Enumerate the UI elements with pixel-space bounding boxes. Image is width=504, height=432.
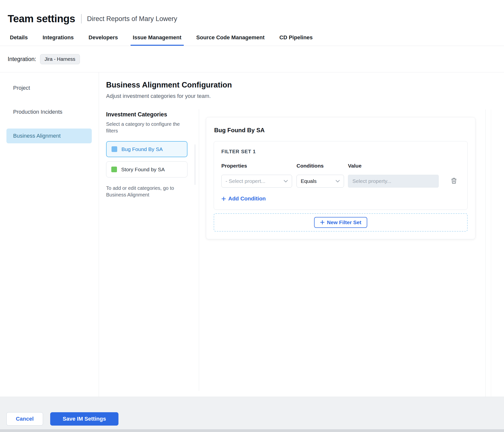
tab-developers[interactable]: Developers <box>86 30 120 46</box>
category-label: Bug Found By SA <box>121 146 163 152</box>
main-panel: Business Alignment Configuration Adjust … <box>99 72 504 397</box>
filter-condition-row: - Select propert... Equals <box>221 175 460 188</box>
scrollbar-track[interactable] <box>485 109 486 397</box>
category-story-found-by-sa[interactable]: Story Found by SA <box>106 161 187 177</box>
save-im-settings-button[interactable]: Save IM Settings <box>50 412 118 426</box>
page-subtitle: Direct Reports of Mary Lowery <box>87 15 177 23</box>
category-config-card: Bug Found By SA FILTER SET 1 Properties … <box>206 117 475 239</box>
sidebar-item-production-incidents[interactable]: Production Incidents <box>6 105 92 119</box>
tab-integrations[interactable]: Integrations <box>40 30 76 46</box>
category-color-swatch-blue <box>112 146 117 152</box>
tab-issue-management[interactable]: Issue Management <box>131 30 184 46</box>
category-color-swatch-green <box>111 167 117 172</box>
column-header-value: Value <box>348 163 362 169</box>
filter-set-1: FILTER SET 1 Properties Conditions Value… <box>214 141 468 210</box>
property-select-placeholder: - Select propert... <box>226 178 265 184</box>
delete-condition-button[interactable] <box>450 176 458 186</box>
chevron-down-icon <box>284 180 288 183</box>
content-area: Project Production Incidents Business Al… <box>0 72 504 397</box>
new-filter-set-button[interactable]: New Filter Set <box>314 217 367 228</box>
title-separator <box>81 14 82 23</box>
category-list-scrollbar[interactable] <box>195 144 195 185</box>
add-condition-label: Add Condition <box>228 195 266 202</box>
tab-bar: Details Integrations Developers Issue Ma… <box>0 30 504 46</box>
new-filter-set-label: New Filter Set <box>327 219 361 225</box>
page-title: Team settings <box>8 13 75 25</box>
integration-label: Integration: <box>8 56 36 63</box>
add-condition-button[interactable]: Add Condition <box>221 195 266 202</box>
cancel-button[interactable]: Cancel <box>6 412 43 426</box>
tab-details[interactable]: Details <box>8 30 30 46</box>
settings-sidebar: Project Production Incidents Business Al… <box>0 72 99 397</box>
footer-bar: Cancel Save IM Settings <box>0 397 504 432</box>
scrollbar-track-inner <box>491 109 491 397</box>
bottom-strip <box>0 429 504 432</box>
filter-configuration-panel: Bug Found By SA FILTER SET 1 Properties … <box>199 109 504 391</box>
trash-icon <box>451 177 457 184</box>
value-input[interactable] <box>348 175 439 188</box>
investment-categories-panel: Investment Categories Select a category … <box>106 109 199 391</box>
filter-column-headers: Properties Conditions Value <box>221 163 460 169</box>
chevron-down-icon <box>336 180 340 183</box>
integration-row: Integration: Jira - Harness <box>0 46 504 72</box>
tab-source-code-management[interactable]: Source Code Management <box>194 30 267 46</box>
column-header-properties: Properties <box>221 163 297 169</box>
condition-select-value: Equals <box>301 178 317 184</box>
section-title: Business Alignment Configuration <box>106 81 504 89</box>
plus-icon <box>320 220 325 225</box>
integration-chip: Jira - Harness <box>40 54 80 64</box>
category-bug-found-by-sa[interactable]: Bug Found By SA <box>106 141 187 157</box>
new-filter-set-dropzone: New Filter Set <box>214 213 468 232</box>
column-header-conditions: Conditions <box>297 163 348 169</box>
condition-select[interactable]: Equals <box>297 175 344 188</box>
tab-cd-pipelines[interactable]: CD Pipelines <box>277 30 315 46</box>
sidebar-item-project[interactable]: Project <box>6 81 92 95</box>
config-card-title: Bug Found By SA <box>214 127 468 134</box>
section-subtitle: Adjust investment categories for your te… <box>106 93 504 99</box>
investment-categories-title: Investment Categories <box>106 111 199 118</box>
category-label: Story Found by SA <box>121 167 165 173</box>
property-select[interactable]: - Select propert... <box>221 175 292 188</box>
sidebar-item-business-alignment[interactable]: Business Alignment <box>6 129 92 143</box>
categories-footnote: To add or edit categories, go to Busines… <box>106 185 188 198</box>
filter-set-title: FILTER SET 1 <box>221 149 460 154</box>
investment-categories-hint: Select a category to configure the filte… <box>106 121 193 134</box>
plus-icon <box>221 196 226 201</box>
page-header: Team settings Direct Reports of Mary Low… <box>0 0 504 30</box>
